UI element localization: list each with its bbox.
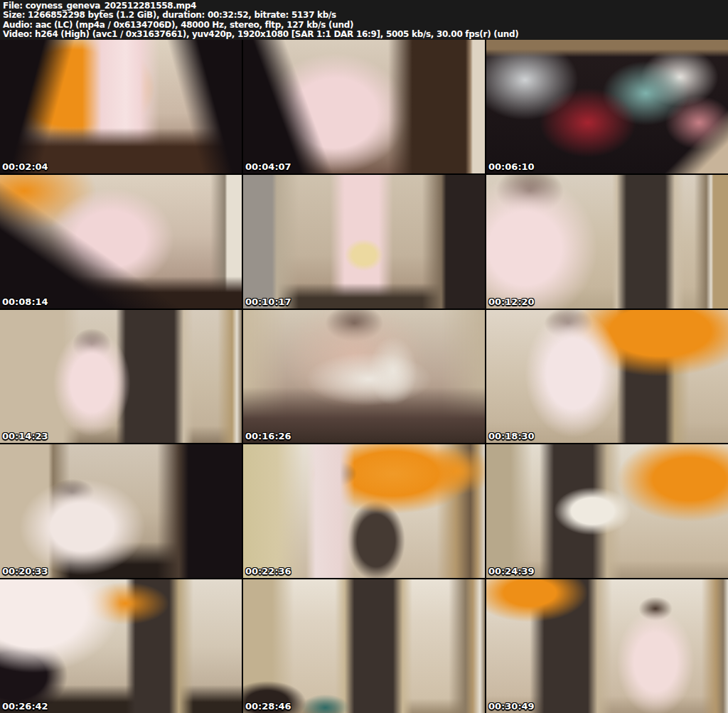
video-thumbnail: 00:16:26: [243, 310, 485, 444]
timestamp-overlay: 00:28:46: [245, 701, 291, 712]
size-duration-bitrate-line: Size: 1266852298 bytes (1.2 GiB), durati…: [3, 11, 728, 20]
timestamp-overlay: 00:26:42: [2, 701, 48, 712]
timestamp-overlay: 00:02:04: [2, 161, 48, 172]
video-thumbnail: 00:26:42: [0, 579, 242, 713]
media-info-header: File: coyness_geneva_202512281558.mp4 Si…: [0, 0, 728, 40]
timestamp-overlay: 00:08:14: [2, 296, 48, 307]
video-thumbnail: 00:12:20: [486, 175, 728, 309]
video-codec-line: Video: h264 (High) (avc1 / 0x31637661), …: [3, 30, 728, 39]
video-thumbnail: 00:02:04: [0, 40, 242, 173]
video-thumbnail: 00:24:39: [486, 444, 728, 578]
timestamp-overlay: 00:24:39: [488, 566, 535, 577]
thumbnail-grid: 00:02:04 00:04:07 00:06:10 00:08:14 00:1…: [0, 40, 728, 713]
timestamp-overlay: 00:06:10: [488, 161, 535, 172]
video-thumbnail: 00:30:49: [486, 579, 728, 713]
video-contact-sheet: File: coyness_geneva_202512281558.mp4 Si…: [0, 0, 728, 713]
timestamp-overlay: 00:20:33: [2, 566, 48, 577]
timestamp-overlay: 00:22:36: [245, 566, 291, 577]
video-thumbnail: 00:22:36: [243, 444, 485, 578]
timestamp-overlay: 00:10:17: [245, 296, 291, 307]
video-thumbnail: 00:14:23: [0, 310, 242, 444]
timestamp-overlay: 00:30:49: [488, 701, 535, 712]
video-thumbnail: 00:18:30: [486, 310, 728, 444]
timestamp-overlay: 00:18:30: [488, 431, 535, 441]
video-thumbnail: 00:08:14: [0, 175, 242, 309]
video-thumbnail: 00:20:33: [0, 444, 242, 578]
video-thumbnail: 00:10:17: [243, 175, 485, 309]
timestamp-overlay: 00:04:07: [245, 161, 291, 172]
timestamp-overlay: 00:16:26: [245, 431, 291, 441]
video-thumbnail: 00:06:10: [486, 40, 728, 173]
audio-codec-line: Audio: aac (LC) (mp4a / 0x6134706D), 480…: [3, 21, 728, 30]
file-name-line: File: coyness_geneva_202512281558.mp4: [3, 1, 728, 11]
timestamp-overlay: 00:14:23: [2, 431, 48, 441]
timestamp-overlay: 00:12:20: [488, 296, 535, 307]
video-thumbnail: 00:04:07: [243, 40, 485, 173]
video-thumbnail: 00:28:46: [243, 579, 485, 713]
